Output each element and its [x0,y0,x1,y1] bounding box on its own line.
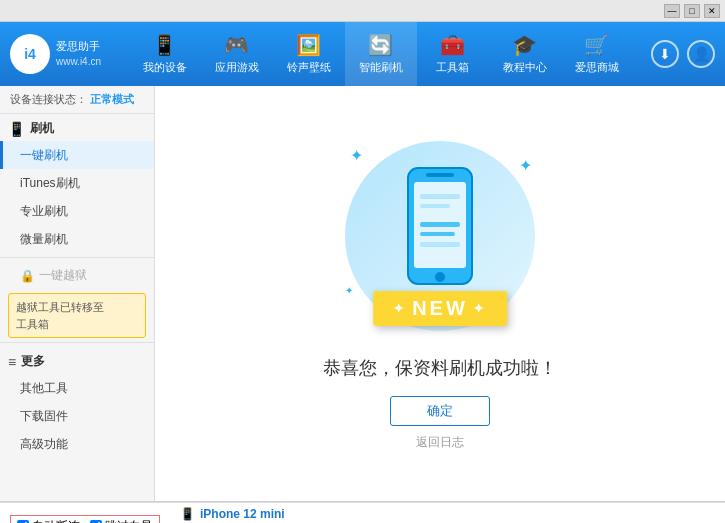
lock-icon: 🔒 [20,269,35,283]
success-message: 恭喜您，保资料刷机成功啦！ [323,356,557,380]
svg-point-3 [435,272,445,282]
account-button[interactable]: 👤 [687,40,715,68]
nav-toolbox-label: 工具箱 [436,60,469,75]
close-button[interactable]: ✕ [704,4,720,18]
more-group-icon: ≡ [8,354,16,370]
logo-text: 爱思助手 www.i4.cn [56,39,101,68]
success-illustration: ✦ NEW ✦ ✦ ✦ ✦ [340,136,540,336]
sidebar: 设备连接状态： 正常模式 📱 刷机 一键刷机 iTunes刷机 专业刷机 微量刷… [0,86,155,501]
confirm-button[interactable]: 确定 [390,396,490,426]
jailbreak-label: 一键越狱 [39,267,87,284]
nav-tutorial-label: 教程中心 [503,60,547,75]
logo-area[interactable]: i4 爱思助手 www.i4.cn [10,34,120,74]
sparkle-3: ✦ [345,285,353,296]
ringtone-icon: 🖼️ [296,33,321,57]
nav-bar: 📱 我的设备 🎮 应用游戏 🖼️ 铃声壁纸 🔄 智能刷机 🧰 工具箱 🎓 教程中… [120,22,641,86]
nav-mall[interactable]: 🛒 爱思商城 [561,22,633,86]
sidebar-item-advanced[interactable]: 高级功能 [0,430,154,458]
mall-icon: 🛒 [584,33,609,57]
nav-ringtone-label: 铃声壁纸 [287,60,331,75]
nav-smart-flash[interactable]: 🔄 智能刷机 [345,22,417,86]
svg-rect-2 [426,173,454,177]
sidebar-item-pro-flash[interactable]: 专业刷机 [0,197,154,225]
nav-flash-label: 智能刷机 [359,60,403,75]
sidebar-item-one-key-flash[interactable]: 一键刷机 [0,141,154,169]
main-content: ✦ NEW ✦ ✦ ✦ ✦ 恭喜您，保资料刷机成功啦！ 确定 返回日志 [155,86,725,501]
svg-rect-5 [420,204,450,208]
nav-my-device[interactable]: 📱 我的设备 [129,22,201,86]
flash-icon: 🔄 [368,33,393,57]
toolbox-icon: 🧰 [440,33,465,57]
status-value: 正常模式 [90,93,134,105]
nav-apps-games[interactable]: 🎮 应用游戏 [201,22,273,86]
header-actions: ⬇ 👤 [651,40,715,68]
logo-letter: i4 [24,46,36,62]
more-group-label: 更多 [21,353,45,370]
sparkle-1: ✦ [350,146,363,165]
auto-disconnect-checkbox[interactable]: 自动断连 [17,518,80,524]
svg-rect-6 [420,222,460,227]
tutorial-icon: 🎓 [512,33,537,57]
sidebar-jailbreak-disabled: 🔒 一键越狱 [0,262,154,289]
auto-disconnect-label: 自动断连 [32,518,80,524]
nav-toolbox[interactable]: 🧰 工具箱 [417,22,489,86]
divider-1 [0,257,154,258]
sidebar-item-micro-flash[interactable]: 微量刷机 [0,225,154,253]
device-icon-small: 📱 [180,507,195,521]
title-bar: — □ ✕ [0,0,725,22]
svg-rect-4 [420,194,460,199]
bottom-section: 自动断连 跳过向导 📱 iPhone 12 mini 64GB Down-12m… [0,501,725,523]
sidebar-item-download-firmware[interactable]: 下载固件 [0,402,154,430]
sidebar-item-other-tools[interactable]: 其他工具 [0,374,154,402]
header: i4 爱思助手 www.i4.cn 📱 我的设备 🎮 应用游戏 🖼️ 铃声壁纸 … [0,22,725,86]
back-home-link[interactable]: 返回日志 [416,434,464,451]
apps-icon: 🎮 [224,33,249,57]
new-badge: ✦ NEW ✦ [373,291,507,326]
skip-wizard-checkbox[interactable]: 跳过向导 [90,518,153,524]
device-name: iPhone 12 mini [200,507,285,521]
flash-group-icon: 📱 [8,121,25,137]
device-status: 设备连接状态： 正常模式 [0,86,154,114]
bottom-row1: 自动断连 跳过向导 📱 iPhone 12 mini 64GB Down-12m… [0,502,725,523]
nav-mall-label: 爱思商城 [575,60,619,75]
window-controls[interactable]: — □ ✕ [664,4,720,18]
sidebar-item-itunes-flash[interactable]: iTunes刷机 [0,169,154,197]
status-label: 设备连接状态： [10,93,87,105]
skip-wizard-label: 跳过向导 [105,518,153,524]
sidebar-group-flash: 📱 刷机 [0,114,154,141]
nav-device-label: 我的设备 [143,60,187,75]
svg-rect-8 [420,242,460,247]
phone-illustration [400,166,480,299]
divider-2 [0,342,154,343]
jailbreak-note: 越狱工具已转移至工具箱 [8,293,146,338]
device-icon: 📱 [152,33,177,57]
minimize-button[interactable]: — [664,4,680,18]
sidebar-group-more: ≡ 更多 [0,347,154,374]
logo-icon: i4 [10,34,50,74]
main-layout: 设备连接状态： 正常模式 📱 刷机 一键刷机 iTunes刷机 专业刷机 微量刷… [0,86,725,501]
svg-rect-7 [420,232,455,236]
flash-group-label: 刷机 [30,120,54,137]
nav-apps-label: 应用游戏 [215,60,259,75]
maximize-button[interactable]: □ [684,4,700,18]
nav-tutorial[interactable]: 🎓 教程中心 [489,22,561,86]
device-info: 📱 iPhone 12 mini 64GB Down-12mini-13,1 [180,507,285,523]
sparkle-2: ✦ [519,156,532,175]
nav-ringtone[interactable]: 🖼️ 铃声壁纸 [273,22,345,86]
download-button[interactable]: ⬇ [651,40,679,68]
